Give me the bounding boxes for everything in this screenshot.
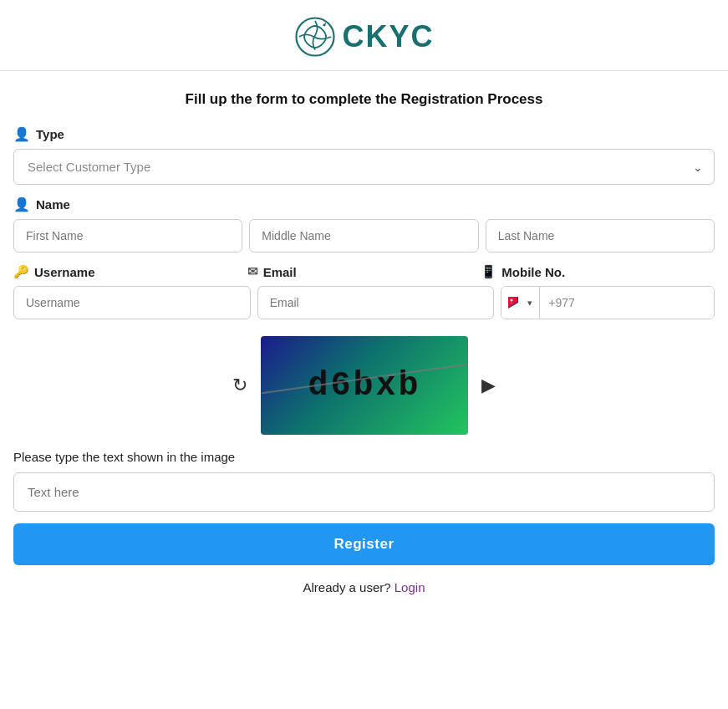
uel-labels-row: 🔑 Username ✉ Email 📱 Mobile No. xyxy=(13,264,715,279)
nepal-flag-icon xyxy=(508,297,525,309)
ckyc-logo-icon xyxy=(293,15,337,59)
next-icon: ▶ xyxy=(481,375,496,395)
phone-input-wrapper: ▾ xyxy=(501,286,715,319)
phone-dropdown-arrow: ▾ xyxy=(527,298,532,309)
username-col-label: 🔑 Username xyxy=(13,264,247,279)
email-icon: ✉ xyxy=(247,264,258,279)
mobile-col-label: 📱 Mobile No. xyxy=(481,264,715,279)
email-input[interactable] xyxy=(257,286,495,319)
name-label: Name xyxy=(36,197,70,212)
captcha-image-wrapper: ↻ d6bxb ▶ xyxy=(229,336,499,435)
last-name-input[interactable] xyxy=(486,219,715,252)
already-user-text: Already a user? xyxy=(303,580,391,594)
name-inputs-row xyxy=(13,219,715,252)
customer-type-wrapper: Select Customer Type Individual Corporat… xyxy=(13,149,715,185)
captcha-next-button[interactable]: ▶ xyxy=(478,371,499,400)
captcha-image: d6bxb xyxy=(261,336,468,435)
phone-flag-dropdown[interactable]: ▾ xyxy=(501,287,540,319)
email-col-label: ✉ Email xyxy=(247,264,481,279)
header: CKYC xyxy=(0,0,728,71)
svg-point-5 xyxy=(511,299,513,302)
middle-name-input[interactable] xyxy=(249,219,478,252)
phone-number-input[interactable] xyxy=(540,287,714,319)
captcha-input[interactable] xyxy=(13,472,715,512)
main-content: Fill up the form to complete the Registr… xyxy=(0,71,728,615)
captcha-section: ↻ d6bxb ▶ Please type the text shown in … xyxy=(13,336,715,565)
key-icon: 🔑 xyxy=(13,264,29,279)
mobile-label: Mobile No. xyxy=(501,265,565,279)
captcha-label: Please type the text shown in the image xyxy=(13,450,715,464)
uel-inputs-row: ▾ xyxy=(13,286,715,319)
captcha-input-wrapper xyxy=(13,472,715,512)
person-icon-type: 👤 xyxy=(13,126,30,142)
customer-type-select[interactable]: Select Customer Type Individual Corporat… xyxy=(13,149,715,185)
first-name-input[interactable] xyxy=(13,219,242,252)
register-button[interactable]: Register xyxy=(13,523,715,565)
email-label: Email xyxy=(263,265,297,279)
person-icon-name: 👤 xyxy=(13,196,30,212)
name-section-label: 👤 Name xyxy=(13,196,715,212)
type-section-label: 👤 Type xyxy=(13,126,715,142)
refresh-icon: ↻ xyxy=(232,375,247,395)
username-input[interactable] xyxy=(13,286,251,319)
login-link[interactable]: Login xyxy=(395,580,425,594)
form-inner: Fill up the form to complete the Registr… xyxy=(13,91,715,594)
svg-marker-1 xyxy=(323,23,326,27)
form-title: Fill up the form to complete the Registr… xyxy=(13,91,715,108)
logo-container: CKYC xyxy=(293,15,434,59)
captcha-refresh-button[interactable]: ↻ xyxy=(229,371,251,400)
logo-text: CKYC xyxy=(342,19,434,54)
mobile-icon: 📱 xyxy=(481,264,496,279)
login-link-row: Already a user? Login xyxy=(13,580,715,594)
username-label: Username xyxy=(34,265,95,279)
type-label: Type xyxy=(36,127,64,141)
